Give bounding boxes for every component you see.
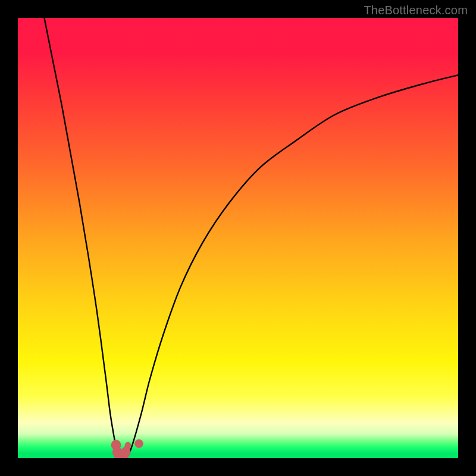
curve-left-branch bbox=[44, 18, 119, 456]
outer-frame: TheBottleneck.com bbox=[0, 0, 476, 476]
curve-layer bbox=[18, 18, 458, 458]
marker-dot bbox=[121, 447, 131, 457]
watermark-text: TheBottleneck.com bbox=[364, 4, 468, 17]
marker-dot bbox=[134, 439, 143, 448]
curve-right-branch bbox=[128, 75, 458, 456]
plot-area bbox=[18, 18, 458, 458]
